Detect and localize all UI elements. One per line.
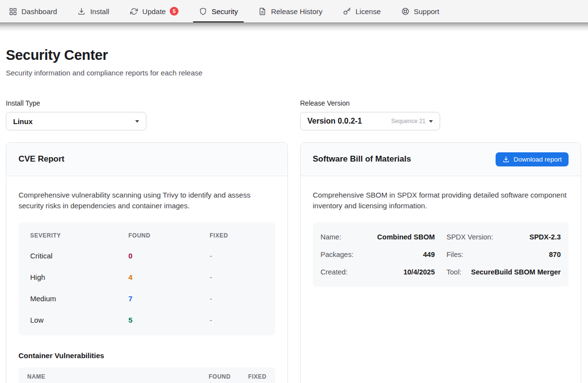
nav-item-license[interactable]: License xyxy=(337,0,387,22)
nav-item-security[interactable]: Security xyxy=(193,0,244,22)
name-column-header: NAME xyxy=(27,373,209,380)
cve-description: Comprehensive vulnerability scanning usi… xyxy=(18,190,275,211)
table-row: Low 5 - xyxy=(18,309,275,330)
sbom-detail-files: Files: 870 xyxy=(446,246,561,263)
chevron-down-icon xyxy=(135,120,139,123)
detail-value: 449 xyxy=(423,251,435,258)
severity-label: Medium xyxy=(30,294,128,303)
detail-value: 870 xyxy=(549,251,561,258)
table-row: High 4 - xyxy=(18,266,275,288)
severity-label: Low xyxy=(30,316,128,324)
sbom-details-grid: Name: Combined SBOM SPDX Version: SPDX-2… xyxy=(321,228,561,281)
sbom-card-title: Software Bill of Materials xyxy=(313,154,411,164)
shield-icon xyxy=(199,7,207,16)
page-subtitle: Security information and compliance repo… xyxy=(6,69,582,77)
nav-label: Update xyxy=(143,7,166,16)
sbom-card-header: Software Bill of Materials Download repo… xyxy=(301,143,581,176)
dashboard-grid-icon xyxy=(9,7,17,16)
filters-row: Install Type Linux Release Version Versi… xyxy=(6,99,582,130)
severity-table: SEVERITY FOUND FIXED Critical 0 - High 4… xyxy=(18,222,275,335)
sequence-badge: Sequence 21 xyxy=(391,118,426,125)
detail-label: Files: xyxy=(446,251,463,258)
sbom-detail-tool: Tool: SecureBuild SBOM Merger xyxy=(446,263,561,281)
sbom-card: Software Bill of Materials Download repo… xyxy=(300,142,581,383)
table-row: Medium 7 - xyxy=(18,288,275,309)
main-content: Security Center Security information and… xyxy=(0,47,588,383)
chevron-down-icon xyxy=(429,120,433,123)
detail-label: Tool: xyxy=(446,268,462,276)
update-count-badge: 5 xyxy=(170,7,178,16)
sbom-detail-created: Created: 10/4/2025 xyxy=(321,263,435,281)
severity-table-header: SEVERITY FOUND FIXED xyxy=(18,226,275,245)
detail-label: SPDX Version: xyxy=(446,233,493,241)
sbom-detail-spdx-version: SPDX Version: SPDX-2.3 xyxy=(446,228,561,246)
detail-value: SPDX-2.3 xyxy=(530,233,561,241)
document-icon xyxy=(258,7,267,16)
container-table-header: NAME FOUND FIXED xyxy=(18,367,275,383)
sbom-detail-name: Name: Combined SBOM xyxy=(321,228,435,246)
fixed-count: - xyxy=(210,252,264,260)
release-version-select[interactable]: Version 0.0.2-1 Sequence 21 xyxy=(300,112,440,130)
key-icon xyxy=(343,7,351,16)
download-report-label: Download report xyxy=(514,156,562,163)
download-report-button[interactable]: Download report xyxy=(496,152,569,166)
nav-label: Support xyxy=(414,7,440,16)
detail-value: 10/4/2025 xyxy=(403,268,435,276)
fixed-count: - xyxy=(210,273,264,281)
install-type-select[interactable]: Linux xyxy=(6,112,146,130)
detail-label: Packages: xyxy=(321,251,354,258)
found-count: 7 xyxy=(128,294,210,303)
detail-label: Name: xyxy=(321,233,341,241)
nav-item-support[interactable]: Support xyxy=(395,0,445,22)
sbom-description: Comprehensive SBOM in SPDX format provid… xyxy=(313,190,569,211)
severity-label: High xyxy=(30,273,128,281)
cards-row: CVE Report Comprehensive vulnerability s… xyxy=(6,142,582,383)
download-icon xyxy=(502,156,510,163)
nav-label: License xyxy=(356,7,381,16)
sbom-card-body: Comprehensive SBOM in SPDX format provid… xyxy=(301,176,581,300)
found-column-header: FOUND xyxy=(209,373,231,380)
nav-scroll-shadow xyxy=(0,22,588,32)
detail-value: Combined SBOM xyxy=(377,233,435,241)
fixed-column-header: FIXED xyxy=(248,373,267,380)
detail-value: SecureBuild SBOM Merger xyxy=(471,268,561,276)
severity-label: Critical xyxy=(30,252,128,260)
lifebuoy-icon xyxy=(401,7,410,16)
nav-item-dashboard[interactable]: Dashboard xyxy=(3,0,63,22)
sbom-detail-packages: Packages: 449 xyxy=(321,246,435,263)
nav-item-release-history[interactable]: Release History xyxy=(252,0,328,22)
fixed-column-header: FIXED xyxy=(210,232,264,239)
detail-label: Created: xyxy=(321,268,348,276)
nav-label: Security xyxy=(212,7,238,16)
install-type-filter: Install Type Linux xyxy=(6,99,288,130)
found-count: 0 xyxy=(128,252,210,260)
release-version-value: Version 0.0.2-1 xyxy=(307,117,362,126)
nav-label: Install xyxy=(90,7,109,16)
sbom-details-box: Name: Combined SBOM SPDX Version: SPDX-2… xyxy=(313,222,569,287)
release-version-filter: Release Version Version 0.0.2-1 Sequence… xyxy=(300,99,581,130)
fixed-count: - xyxy=(210,316,264,324)
cve-card-body: Comprehensive vulnerability scanning usi… xyxy=(6,176,287,383)
nav-label: Release History xyxy=(271,7,322,16)
download-icon xyxy=(77,7,86,16)
cve-card-header: CVE Report xyxy=(6,143,287,176)
nav-label: Dashboard xyxy=(21,7,57,16)
severity-column-header: SEVERITY xyxy=(30,232,128,239)
container-vulnerabilities-title: Container Vulnerabilities xyxy=(18,351,275,360)
nav-item-update[interactable]: Update 5 xyxy=(124,0,184,22)
cve-card-title: CVE Report xyxy=(18,154,64,164)
release-version-label: Release Version xyxy=(300,99,581,107)
found-count: 4 xyxy=(128,273,210,281)
top-navbar: Dashboard Install Update 5 Security xyxy=(0,0,588,22)
found-column-header: FOUND xyxy=(128,232,210,239)
cve-report-card: CVE Report Comprehensive vulnerability s… xyxy=(6,142,288,383)
table-row: Critical 0 - xyxy=(18,245,275,266)
refresh-icon xyxy=(130,7,138,16)
install-type-label: Install Type xyxy=(6,99,288,107)
nav-item-install[interactable]: Install xyxy=(71,0,115,22)
page-title: Security Center xyxy=(6,47,582,63)
container-vulnerabilities-section: Container Vulnerabilities NAME FOUND FIX… xyxy=(18,351,275,383)
found-count: 5 xyxy=(128,316,210,324)
install-type-value: Linux xyxy=(13,117,33,126)
fixed-count: - xyxy=(210,294,264,303)
